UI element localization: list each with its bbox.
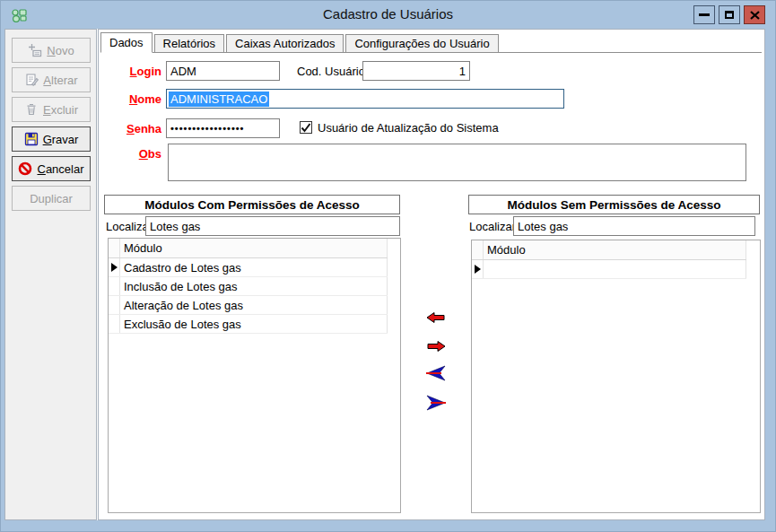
titlebar: Cadastro de Usuários <box>1 1 775 29</box>
window-body: Novo Alterar Excluir Gravar <box>4 29 765 520</box>
tab-configuracoes-usuario[interactable]: Configurações do Usuário <box>345 34 498 52</box>
right-grid-column-header: Módulo <box>484 240 746 259</box>
left-modules-grid: Módulo Cadastro de Lotes gas Inclusão de… <box>108 238 401 513</box>
red-left-arrow-icon <box>426 311 446 324</box>
excluir-button[interactable]: Excluir <box>12 97 91 122</box>
trash-icon <box>24 102 39 117</box>
new-record-icon <box>28 43 42 57</box>
gravar-button[interactable]: Gravar <box>12 126 91 152</box>
nome-input[interactable]: ADMINISTRACAO <box>166 89 564 109</box>
cancelar-button[interactable]: Cancelar <box>12 156 91 181</box>
left-grid-row-0[interactable]: Cadastro de Lotes gas <box>109 258 388 277</box>
right-modules-grid: Módulo <box>471 240 761 513</box>
tab-dados[interactable]: Dados <box>100 32 153 53</box>
minimize-icon <box>699 13 710 16</box>
left-localizar-input[interactable] <box>145 216 400 236</box>
sidebar: Novo Alterar Excluir Gravar <box>4 29 97 520</box>
cancel-icon <box>18 161 32 176</box>
alterar-button[interactable]: Alterar <box>12 67 91 92</box>
edit-icon <box>24 73 39 87</box>
alterar-label: Alterar <box>43 74 77 87</box>
login-input[interactable] <box>166 61 280 81</box>
right-localizar-label: Localizar <box>469 220 516 233</box>
novo-label: Novo <box>47 44 74 57</box>
move-selected-left-button[interactable] <box>425 310 447 327</box>
save-floppy-icon <box>24 132 39 146</box>
window-title: Cadastro de Usuários <box>1 6 775 22</box>
left-grid-row-2[interactable]: Alteração de Lotes gas <box>109 296 388 315</box>
close-icon <box>750 11 760 20</box>
row-selector-icon <box>111 263 118 272</box>
left-grid-header: Módulo <box>109 239 388 258</box>
nome-selected-text: ADMINISTRACAO <box>169 92 269 107</box>
maximize-button[interactable] <box>719 5 740 24</box>
move-selected-right-button[interactable] <box>425 338 447 356</box>
novo-button[interactable]: Novo <box>12 38 91 63</box>
senha-input[interactable] <box>166 118 280 138</box>
tab-caixas-autorizados[interactable]: Caixas Autorizados <box>226 34 344 52</box>
atualizacao-sistema-checkbox[interactable] <box>300 121 312 134</box>
left-grid-row-1[interactable]: Inclusão de Lotes gas <box>109 277 388 296</box>
atualizacao-sistema-label: Usuário de Atualização do Sistema <box>318 121 499 135</box>
right-grid-header: Módulo <box>472 240 746 260</box>
row-selector-icon <box>475 265 481 274</box>
nome-label: Nome <box>99 92 161 106</box>
cod-usuario-input[interactable] <box>362 61 470 81</box>
obs-textarea[interactable] <box>168 144 746 181</box>
window-controls <box>693 5 765 24</box>
close-button[interactable] <box>744 5 765 24</box>
left-panel-title: Módulos Com Permissões de Acesso <box>104 195 400 214</box>
senha-label: Senha <box>99 122 161 135</box>
tab-relatorios[interactable]: Relatórios <box>154 34 225 52</box>
move-all-right-button[interactable] <box>425 395 447 413</box>
main-panel: Dados Relatórios Caixas Autorizados Conf… <box>98 29 765 520</box>
right-panel-title: Módulos Sem Permissões de Acesso <box>468 195 760 214</box>
gravar-label: Gravar <box>43 133 79 146</box>
obs-label: Obs <box>99 147 161 161</box>
excluir-label: Excluir <box>43 103 78 117</box>
minimize-button[interactable] <box>693 5 715 24</box>
red-right-arrow-icon <box>426 340 446 353</box>
right-grid-row-0[interactable] <box>472 260 746 279</box>
duplicar-label: Duplicar <box>30 192 73 205</box>
login-label: Login <box>99 65 161 78</box>
cancelar-label: Cancelar <box>37 162 83 176</box>
left-grid-row-3[interactable]: Exclusão de Lotes gas <box>109 315 388 334</box>
left-grid-column-header: Módulo <box>120 239 388 257</box>
cod-usuario-label: Cod. Usuário <box>297 65 365 78</box>
blue-sweep-right-arrow-icon <box>426 395 446 411</box>
blue-sweep-left-arrow-icon <box>426 365 446 381</box>
tabbar: Dados Relatórios Caixas Autorizados Conf… <box>100 32 762 53</box>
cadastro-usuarios-window: Cadastro de Usuários Novo <box>0 0 776 532</box>
duplicar-button[interactable]: Duplicar <box>12 186 91 211</box>
maximize-icon <box>725 11 734 19</box>
move-all-left-button[interactable] <box>425 365 447 383</box>
check-icon <box>301 123 311 133</box>
right-localizar-input[interactable] <box>513 216 755 236</box>
